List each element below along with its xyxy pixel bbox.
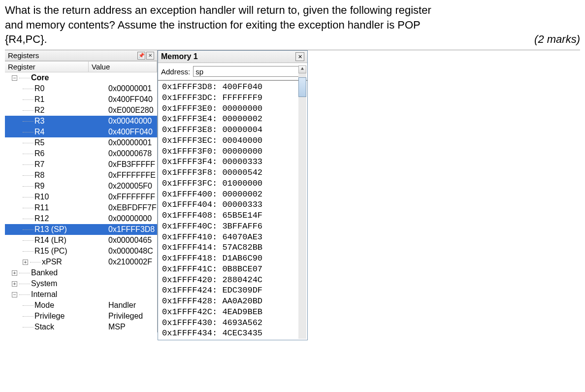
register-row[interactable]: R120x00000000: [5, 213, 157, 224]
register-row[interactable]: R15 (PC)0x0000048C: [5, 246, 157, 257]
memory-address-input[interactable]: [193, 66, 304, 77]
memory-row: 0x1FFFF428: AA0A20BD: [162, 296, 303, 307]
scroll-up-icon[interactable]: ▲: [298, 65, 306, 73]
register-name: R2: [33, 106, 46, 115]
register-name: R4: [33, 128, 46, 136]
memory-value: 65B5E14F: [222, 211, 262, 220]
register-value: 0xFFFFFFFE: [106, 171, 157, 180]
memory-row: 0x1FFFF424: EDC309DF: [162, 285, 303, 296]
memory-value: 3BFFAFF6: [222, 222, 262, 231]
collapse-icon[interactable]: −: [12, 75, 17, 81]
memory-address: 0x1FFFF3EC:: [162, 136, 217, 145]
register-value: 0x1FFFF3D8: [106, 225, 157, 234]
pin-icon[interactable]: 📌: [137, 52, 145, 60]
register-value: 0xEBFDFF7F: [106, 203, 157, 212]
register-row[interactable]: R100xFFFFFFFF: [5, 192, 157, 202]
register-row[interactable]: R80xFFFFFFFE: [5, 170, 157, 181]
memory-value: 00000000: [222, 104, 262, 113]
memory-address: 0x1FFFF420:: [162, 275, 217, 285]
memory-address: 0x1FFFF3F4:: [162, 157, 217, 166]
group-internal[interactable]: −Internal: [5, 289, 157, 300]
register-row[interactable]: R30x00040000: [5, 116, 157, 127]
internal-value: Handler: [106, 301, 157, 310]
memory-titlebar: Memory 1 ✕: [158, 51, 307, 63]
register-row[interactable]: R10x400FF040: [5, 94, 157, 105]
register-value: 0x00000465: [106, 236, 157, 245]
register-row[interactable]: R70xFB3FFFFF: [5, 159, 157, 170]
group-banked[interactable]: +Banked: [5, 267, 157, 278]
register-name: R1: [33, 95, 46, 104]
header-register-col[interactable]: Register: [5, 62, 89, 72]
register-name-xpsr: xPSR: [41, 258, 64, 266]
register-name: R0: [33, 84, 46, 93]
register-value: 0x00000678: [106, 149, 157, 158]
expand-icon[interactable]: +: [12, 270, 17, 276]
register-name: R14 (LR): [33, 236, 68, 245]
close-icon[interactable]: ✕: [295, 52, 304, 61]
register-name: R8: [33, 171, 46, 180]
register-row-xpsr[interactable]: +xPSR 0x2100002F: [5, 257, 157, 267]
group-core[interactable]: −Core: [5, 72, 157, 83]
register-name: R6: [33, 149, 46, 158]
register-value: 0xFFFFFFFF: [106, 193, 157, 201]
memory-address: 0x1FFFF40C:: [162, 222, 217, 231]
group-system-label: System: [30, 279, 59, 288]
register-row[interactable]: R110xEBFDFF7F: [5, 202, 157, 213]
register-row[interactable]: R00x00000001: [5, 83, 157, 94]
register-value: 0x400FF040: [106, 128, 157, 136]
registers-header-row: Register Value: [5, 61, 157, 72]
scroll-thumb[interactable]: [298, 77, 306, 97]
memory-address-row: Address:: [158, 63, 307, 80]
register-value: 0x400FF040: [106, 95, 157, 104]
memory-address: 0x1FFFF418:: [162, 254, 217, 263]
memory-row: 0x1FFFF3F8: 00000542: [162, 167, 303, 178]
memory-value: 4EAD9BEB: [222, 307, 262, 317]
memory-value: EDC309DF: [222, 286, 262, 295]
close-icon[interactable]: ✕: [146, 52, 154, 60]
memory-value: 00040000: [222, 136, 262, 145]
register-row[interactable]: R40x400FF040: [5, 127, 157, 137]
register-row[interactable]: R13 (SP)0x1FFFF3D8: [5, 224, 157, 235]
memory-row: 0x1FFFF3E8: 00000004: [162, 125, 303, 135]
memory-row: 0x1FFFF414: 57AC82BB: [162, 242, 303, 253]
memory-scrollbar[interactable]: ▲: [298, 65, 306, 339]
register-name: R11: [33, 203, 51, 212]
expand-icon[interactable]: +: [23, 260, 28, 265]
register-name: R13 (SP): [33, 225, 69, 234]
memory-row: 0x1FFFF434: 4CEC3435: [162, 328, 303, 339]
internal-row[interactable]: ModeHandler: [5, 300, 157, 311]
collapse-icon[interactable]: −: [12, 292, 17, 297]
register-row[interactable]: R20xE000E280: [5, 105, 157, 116]
question-line2: and memory contents? Assume the instruct…: [5, 18, 580, 33]
memory-row: 0x1FFFF400: 00000002: [162, 189, 303, 200]
question-line3: {R4,PC}.: [5, 32, 47, 47]
registers-panel: Registers 📌 ✕ Register Value −Core R00x0…: [5, 50, 158, 332]
memory-address: 0x1FFFF430:: [162, 318, 217, 327]
memory-value: AA0A20BD: [222, 296, 262, 306]
memory-value: 00000333: [222, 157, 262, 166]
expand-icon[interactable]: +: [12, 281, 17, 287]
register-value: 0x0000048C: [106, 247, 157, 256]
memory-row: 0x1FFFF3E4: 00000002: [162, 114, 303, 125]
register-row[interactable]: R14 (LR)0x00000465: [5, 235, 157, 246]
question-line1: What is the return address an exception …: [5, 3, 580, 18]
registers-titlebar: Registers 📌 ✕: [5, 50, 157, 61]
memory-row: 0x1FFFF3EC: 00040000: [162, 135, 303, 146]
register-row[interactable]: R60x00000678: [5, 148, 157, 159]
memory-address: 0x1FFFF428:: [162, 296, 217, 306]
register-row[interactable]: R90x200005F0: [5, 181, 157, 192]
memory-address: 0x1FFFF42C:: [162, 307, 217, 317]
memory-row: 0x1FFFF3F4: 00000333: [162, 157, 303, 167]
internal-row[interactable]: StackMSP: [5, 322, 157, 332]
register-value: 0x00000000: [106, 214, 157, 223]
memory-address: 0x1FFFF3F0:: [162, 147, 217, 156]
memory-row: 0x1FFFF404: 00000333: [162, 199, 303, 210]
group-system[interactable]: +System: [5, 278, 157, 289]
memory-value: 57AC82BB: [222, 243, 262, 252]
header-value-col[interactable]: Value: [89, 62, 157, 72]
memory-row: 0x1FFFF40C: 3BFFAFF6: [162, 221, 303, 232]
register-row[interactable]: R50x00000001: [5, 137, 157, 148]
memory-row: 0x1FFFF42C: 4EAD9BEB: [162, 307, 303, 318]
memory-value: 00000002: [222, 190, 262, 199]
internal-row[interactable]: PrivilegePrivileged: [5, 311, 157, 322]
